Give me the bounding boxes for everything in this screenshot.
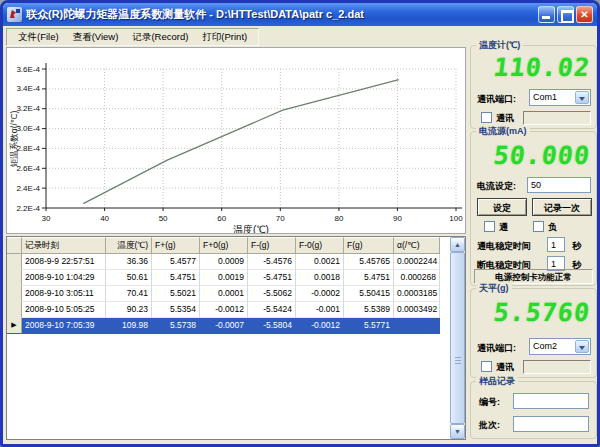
table-row[interactable]: 2008-9-10 5:05:2590.235.5354-0.0012-5.54… bbox=[7, 302, 450, 318]
table-cell[interactable]: -5.5062 bbox=[248, 286, 296, 302]
table-cell[interactable]: 5.5354 bbox=[152, 302, 200, 318]
svg-text:90: 90 bbox=[393, 214, 402, 223]
table-cell[interactable]: 109.98 bbox=[106, 318, 152, 334]
table-cell[interactable]: -5.5804 bbox=[248, 318, 296, 334]
column-header[interactable]: 温度(℃) bbox=[106, 237, 152, 254]
svg-text:30: 30 bbox=[42, 214, 51, 223]
client-area: 文件(File) 查看(View) 记录(Record) 打印(Print) 3… bbox=[3, 26, 597, 444]
row-marker-cell bbox=[7, 254, 22, 270]
thermometer-group-title: 温度计(℃) bbox=[476, 39, 523, 52]
balance-port-select[interactable]: Com2 bbox=[529, 338, 591, 355]
table-cell[interactable]: 0.0021 bbox=[296, 254, 344, 270]
table-cell[interactable]: 2008-9-9 22:57:51 bbox=[22, 254, 106, 270]
sample-batch-input[interactable] bbox=[513, 416, 589, 432]
table-cell[interactable]: 5.45765 bbox=[344, 254, 394, 270]
table-cell[interactable]: 0.0009 bbox=[200, 254, 248, 270]
maximize-button[interactable] bbox=[557, 6, 574, 23]
table-body: 2008-9-9 22:57:5136.365.45770.0009-5.457… bbox=[7, 254, 450, 334]
thermometer-comm-checkbox[interactable] bbox=[481, 112, 492, 123]
table-cell[interactable]: -0.0002 bbox=[296, 286, 344, 302]
balance-comm-label: 通讯 bbox=[496, 361, 514, 374]
record-once-button[interactable]: 记录一次 bbox=[532, 198, 592, 216]
table-cell[interactable]: -0.0007 bbox=[200, 318, 248, 334]
thermometer-comm-field bbox=[523, 111, 591, 125]
table-cell[interactable]: -0.0012 bbox=[200, 302, 248, 318]
table-cell[interactable]: 0.0018 bbox=[296, 270, 344, 286]
thermometer-port-select[interactable]: Com1 bbox=[529, 89, 591, 106]
column-header[interactable]: F-0(g) bbox=[296, 237, 344, 254]
table-cell[interactable]: 5.5389 bbox=[344, 302, 394, 318]
table-cell[interactable]: -5.5424 bbox=[248, 302, 296, 318]
power-on-checkbox[interactable] bbox=[484, 221, 495, 232]
table-cell[interactable]: 0.0019 bbox=[200, 270, 248, 286]
menu-bar: 文件(File) 查看(View) 记录(Record) 打印(Print) bbox=[6, 28, 259, 46]
menu-record[interactable]: 记录(Record) bbox=[125, 29, 195, 46]
table-cell[interactable]: 0.0003492 bbox=[394, 302, 440, 318]
table-cell[interactable]: 0.0002244 bbox=[394, 254, 440, 270]
table-cell[interactable]: 2008-9-10 3:05:11 bbox=[22, 286, 106, 302]
sample-id-input[interactable] bbox=[513, 393, 589, 409]
scroll-up-icon[interactable]: ▲ bbox=[450, 237, 465, 252]
column-header[interactable]: F-(g) bbox=[248, 237, 296, 254]
balance-comm-checkbox[interactable] bbox=[481, 361, 492, 372]
minimize-button[interactable] bbox=[538, 6, 555, 23]
table-cell[interactable]: 5.5021 bbox=[152, 286, 200, 302]
table-row[interactable]: 2008-9-9 22:57:5136.365.45770.0009-5.457… bbox=[7, 254, 450, 270]
app-icon bbox=[7, 7, 22, 22]
current-set-input[interactable] bbox=[527, 177, 591, 193]
column-header[interactable]: F+(g) bbox=[152, 237, 200, 254]
menu-file[interactable]: 文件(File) bbox=[11, 29, 66, 46]
svg-text:2.4E-4: 2.4E-4 bbox=[16, 184, 40, 193]
table-cell[interactable]: 0.0001 bbox=[200, 286, 248, 302]
table-cell[interactable]: 5.5738 bbox=[152, 318, 200, 334]
table-cell[interactable]: 90.23 bbox=[106, 302, 152, 318]
chevron-down-icon[interactable] bbox=[575, 340, 589, 353]
balance-port-label: 通讯端口: bbox=[477, 342, 516, 355]
thermometer-port-label: 通讯端口: bbox=[477, 93, 516, 106]
column-header[interactable]: F(g) bbox=[344, 237, 394, 254]
table-cell[interactable]: 5.4577 bbox=[152, 254, 200, 270]
balance-group: 天平(g) 5.5760 通讯端口: Com2 通讯 bbox=[470, 288, 597, 378]
table-scrollbar[interactable]: ▲ ▼ bbox=[450, 237, 465, 439]
table-row[interactable]: ▶2008-9-10 7:05:39109.985.5738-0.0007-5.… bbox=[7, 318, 450, 334]
table-cell[interactable]: 36.36 bbox=[106, 254, 152, 270]
current-set-label: 电流设定: bbox=[477, 180, 516, 193]
table-cell[interactable]: 5.4751 bbox=[344, 270, 394, 286]
column-header[interactable]: 记录时刻 bbox=[22, 237, 106, 254]
current-source-group: 电流源(mA) 50.000 电流设定: 设定 记录一次 通 负 通电稳定时间 … bbox=[470, 131, 597, 286]
table-cell[interactable]: 2008-9-10 1:04:29 bbox=[22, 270, 106, 286]
table-cell[interactable] bbox=[394, 318, 440, 334]
chart-canvas: 304050607080901002.2E-42.4E-42.6E-42.8E-… bbox=[7, 48, 465, 233]
chevron-down-icon[interactable] bbox=[575, 91, 589, 104]
title-bar: 联众(R)陀螺力矩器温度系数测量软件 - D:\HTTest\DATA\patr… bbox=[3, 3, 597, 26]
table-cell[interactable]: 70.41 bbox=[106, 286, 152, 302]
column-header[interactable]: α(/℃) bbox=[394, 237, 440, 254]
menu-print[interactable]: 打印(Print) bbox=[195, 29, 254, 46]
table-row[interactable]: 2008-9-10 3:05:1170.415.50210.0001-5.506… bbox=[7, 286, 450, 302]
table-cell[interactable]: 5.5771 bbox=[344, 318, 394, 334]
table-cell[interactable]: 50.61 bbox=[106, 270, 152, 286]
table-row[interactable]: 2008-9-10 1:04:2950.615.47510.0019-5.475… bbox=[7, 270, 450, 286]
table-cell[interactable]: 0.0003185 bbox=[394, 286, 440, 302]
svg-text:2.8E-4: 2.8E-4 bbox=[16, 144, 40, 153]
svg-text:3.6E-4: 3.6E-4 bbox=[16, 65, 40, 74]
on-time-input[interactable] bbox=[547, 237, 565, 252]
svg-text:60: 60 bbox=[217, 214, 226, 223]
table-cell[interactable]: 0.000268 bbox=[394, 270, 440, 286]
table-cell[interactable]: 5.4751 bbox=[152, 270, 200, 286]
close-button[interactable]: ✕ bbox=[576, 6, 593, 23]
table-cell[interactable]: -5.4576 bbox=[248, 254, 296, 270]
menu-view[interactable]: 查看(View) bbox=[66, 29, 126, 46]
table-cell[interactable]: -0.0012 bbox=[296, 318, 344, 334]
table-cell[interactable]: 5.50415 bbox=[344, 286, 394, 302]
table-cell[interactable]: 2008-9-10 7:05:39 bbox=[22, 318, 106, 334]
table-cell[interactable]: 2008-9-10 5:05:25 bbox=[22, 302, 106, 318]
scroll-down-icon[interactable]: ▼ bbox=[450, 424, 465, 439]
set-button[interactable]: 设定 bbox=[477, 198, 527, 216]
sample-record-group: 样品记录 编号: 批次: bbox=[470, 381, 597, 439]
column-header[interactable]: F+0(g) bbox=[200, 237, 248, 254]
table-cell[interactable]: -0.001 bbox=[296, 302, 344, 318]
table-cell[interactable]: -5.4751 bbox=[248, 270, 296, 286]
negative-checkbox[interactable] bbox=[533, 221, 544, 232]
scrollbar-thumb[interactable] bbox=[450, 252, 465, 424]
